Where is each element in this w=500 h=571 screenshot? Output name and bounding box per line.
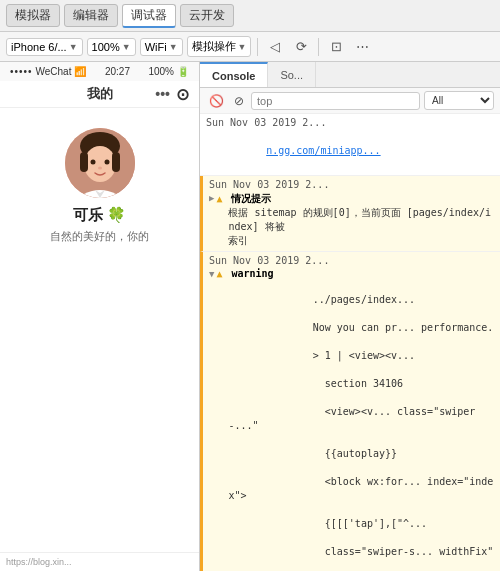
console-toolbar: 🚫 ⊘ All Errors Warnings Info: [200, 88, 500, 114]
network-selector[interactable]: WiFi ▼: [140, 38, 183, 56]
log-link[interactable]: n.gg.com/miniapp...: [266, 145, 380, 156]
nav-circle-icon[interactable]: ⊙: [176, 85, 189, 104]
profile-bio: 自然的美好的，你的: [50, 229, 149, 244]
filter-icon[interactable]: ⊘: [231, 93, 247, 109]
battery-icon: 🔋: [177, 66, 189, 77]
warning-triangle-icon: ▲: [216, 268, 222, 279]
nav-title: 我的: [87, 85, 113, 103]
avatar-placeholder: [65, 128, 135, 198]
status-right: 100% 🔋: [148, 66, 189, 77]
tab-editor[interactable]: 编辑器: [64, 4, 118, 27]
divider2: [318, 38, 319, 56]
zoom-value: 100%: [92, 41, 120, 53]
wifi-icon: 📶: [74, 66, 86, 77]
level-filter[interactable]: All Errors Warnings Info: [424, 91, 494, 110]
svg-rect-4: [112, 152, 120, 172]
collapse-arrow-icon[interactable]: [209, 269, 214, 279]
settings-icon[interactable]: ⋯: [351, 36, 373, 58]
collapse-arrow-icon[interactable]: [209, 193, 214, 203]
console-log: Sun Nov 03 2019 2... n.gg.com/miniapp...…: [200, 114, 500, 571]
warning-triangle-icon: ▲: [216, 193, 222, 204]
profile-name: 可乐 🍀: [73, 206, 126, 225]
console-tabs: Console So...: [200, 62, 500, 88]
device-arrow-icon: ▼: [69, 42, 78, 52]
tab-debugger[interactable]: 调试器: [122, 4, 176, 28]
url-hint: https://blog.xin...: [0, 552, 199, 571]
action-value: 模拟操作: [192, 39, 236, 54]
log-entry: Sun Nov 03 2019 2... n.gg.com/miniapp...: [200, 114, 500, 176]
status-left: ••••• WeChat 📶: [10, 66, 86, 77]
main-toolbar: 模拟器 编辑器 调试器 云开发: [0, 0, 500, 32]
tab-cloud[interactable]: 云开发: [180, 4, 234, 27]
tab-console[interactable]: Console: [200, 62, 268, 87]
log-text: n.gg.com/miniapp...: [206, 130, 494, 172]
filter-input[interactable]: [251, 92, 420, 110]
signal-dots: •••••: [10, 66, 33, 77]
log-collapsible: ▲ warning ../pages/index... Now you can …: [209, 268, 494, 571]
zoom-selector[interactable]: 100% ▼: [87, 38, 136, 56]
clear-icon[interactable]: 🚫: [206, 93, 227, 109]
device-row: iPhone 6/... ▼ 100% ▼ WiFi ▼ 模拟操作 ▼ ◁ ⟳ …: [0, 32, 500, 62]
profile-section: 可乐 🍀 自然的美好的，你的: [0, 108, 199, 259]
log-header-label: 情况提示: [231, 193, 271, 204]
action-selector[interactable]: 模拟操作 ▼: [187, 36, 252, 57]
svg-point-7: [98, 167, 102, 170]
log-header-label: warning: [231, 268, 273, 279]
status-time: 20:27: [105, 66, 130, 77]
tab-sources[interactable]: So...: [268, 62, 316, 87]
network-value: WiFi: [145, 41, 167, 53]
log-timestamp: Sun Nov 03 2019 2...: [209, 179, 494, 190]
device-name: iPhone 6/...: [11, 41, 67, 53]
avatar-svg: [65, 128, 135, 198]
tab-simulator[interactable]: 模拟器: [6, 4, 60, 27]
device-selector[interactable]: iPhone 6/... ▼: [6, 38, 83, 56]
svg-point-5: [90, 160, 95, 165]
battery-pct: 100%: [148, 66, 174, 77]
svg-point-2: [84, 146, 116, 182]
log-entry: Sun Nov 03 2019 2... ▲ 情况提示 根据 sitemap 的…: [200, 176, 500, 252]
zoom-arrow-icon: ▼: [122, 42, 131, 52]
main-content: ••••• WeChat 📶 20:27 100% 🔋 我的 ••• ⊙: [0, 62, 500, 571]
console-panel: Console So... 🚫 ⊘ All Errors Warnings In…: [200, 62, 500, 571]
log-entry: Sun Nov 03 2019 2... ▲ warning ../pages/…: [200, 252, 500, 571]
phone-nav-bar: 我的 ••• ⊙: [0, 81, 199, 108]
network-arrow-icon: ▼: [169, 42, 178, 52]
log-timestamp: Sun Nov 03 2019 2...: [206, 117, 494, 128]
log-content: ▲ warning ../pages/index... Now you can …: [216, 268, 494, 571]
log-collapsible: ▲ 情况提示 根据 sitemap 的规则[0]，当前页面 [pages/ind…: [209, 192, 494, 248]
avatar: [65, 128, 135, 198]
sound-icon[interactable]: ◁: [264, 36, 286, 58]
log-text: 根据 sitemap 的规则[0]，当前页面 [pages/index/inde…: [228, 206, 494, 248]
wechat-label: WeChat: [36, 66, 72, 77]
log-content: ▲ 情况提示 根据 sitemap 的规则[0]，当前页面 [pages/ind…: [216, 192, 494, 248]
log-text: ../pages/index... Now you can pr... perf…: [228, 279, 494, 571]
nav-dots-icon[interactable]: •••: [155, 86, 170, 102]
nav-icons: ••• ⊙: [155, 85, 189, 104]
phone-simulator: ••••• WeChat 📶 20:27 100% 🔋 我的 ••• ⊙: [0, 62, 200, 571]
log-timestamp: Sun Nov 03 2019 2...: [209, 255, 494, 266]
action-arrow-icon: ▼: [238, 42, 247, 52]
inspect-icon[interactable]: ⊡: [325, 36, 347, 58]
rotate-icon[interactable]: ⟳: [290, 36, 312, 58]
svg-point-6: [104, 160, 109, 165]
svg-rect-3: [80, 152, 88, 172]
phone-status-bar: ••••• WeChat 📶 20:27 100% 🔋: [0, 62, 199, 81]
divider: [257, 38, 258, 56]
